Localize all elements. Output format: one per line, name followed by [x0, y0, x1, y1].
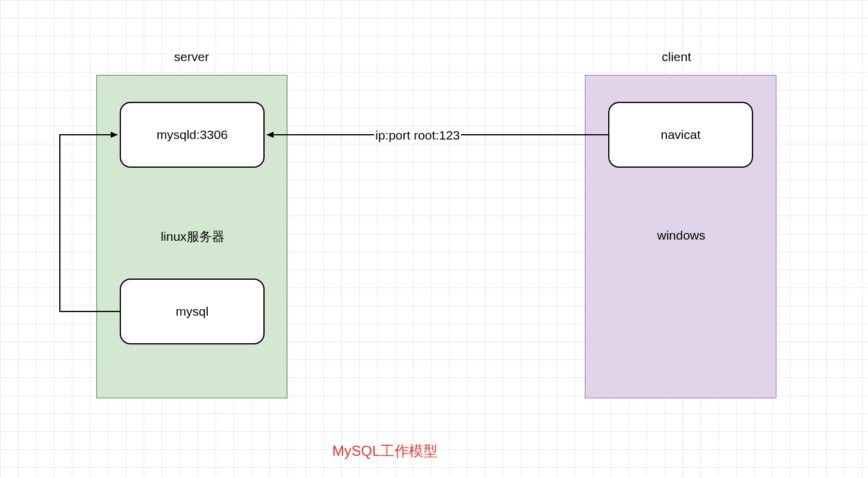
navicat-node-label: navicat: [661, 128, 701, 142]
mysql-node: mysql: [120, 279, 265, 344]
server-container-label: linux服务器: [97, 228, 288, 245]
client-container-label: windows: [585, 228, 777, 243]
mysqld-node-label: mysqld:3306: [156, 128, 227, 142]
diagram-title: MySQL工作模型: [332, 441, 438, 461]
diagram-canvas: server client linux服务器 windows mysqld:33…: [0, 0, 868, 478]
mysql-node-label: mysql: [176, 304, 209, 319]
client-title-label: client: [635, 50, 718, 64]
server-title-label: server: [150, 50, 233, 64]
connection-label: ip:port root:123: [374, 128, 461, 143]
navicat-node: navicat: [608, 102, 753, 168]
mysqld-node: mysqld:3306: [120, 102, 265, 168]
